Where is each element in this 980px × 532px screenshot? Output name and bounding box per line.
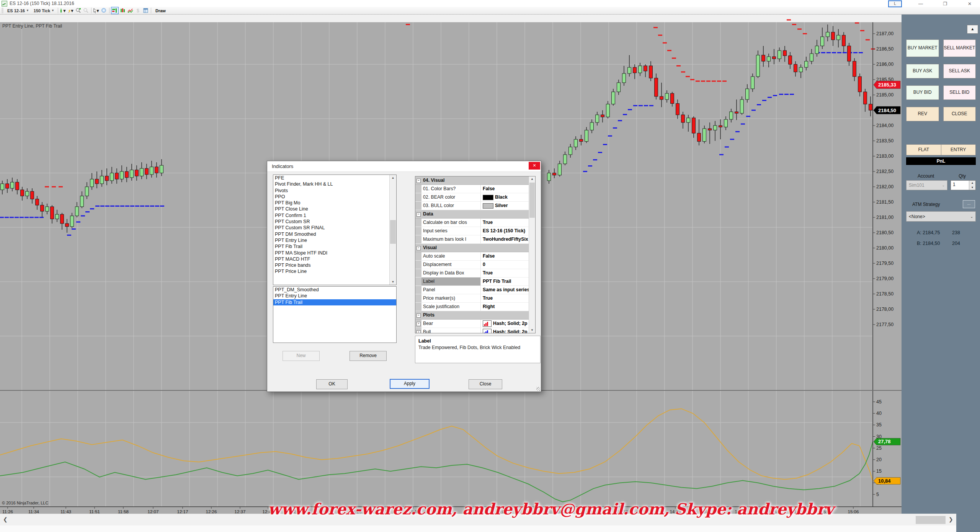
draw-menu[interactable]: Draw [152,8,169,13]
flat-button[interactable]: FLAT [906,144,941,155]
collapse-panel-button[interactable]: ▲ [967,25,978,34]
available-indicator-item[interactable]: PPT MA Slope HTF INDI [273,250,396,256]
configured-indicator-item[interactable]: PPT Fib Trail [273,299,396,305]
property-category[interactable]: −Data [415,210,535,219]
available-indicator-item[interactable]: Pivots [273,188,396,194]
drawing-tool-button[interactable]: ▼ [67,7,74,14]
sell-market-button[interactable]: SELL MARKET [943,39,976,57]
dialog-resize-grip[interactable] [536,387,540,391]
scroll-right-icon[interactable]: ❯ [949,516,953,522]
atm-strategy-select[interactable]: <None>⌄ [906,211,976,222]
property-row[interactable]: 03. BULL colorSilver [415,202,535,210]
property-row[interactable]: Scale justificationRight [415,303,535,311]
list-scrollbar[interactable]: ▲ ▼ [389,175,396,285]
available-indicator-item[interactable]: PPO [273,194,396,200]
data-box-button[interactable] [101,7,108,14]
property-row[interactable]: +BullHash; Solid; 2p [415,328,535,333]
available-indicators-list[interactable]: PFEPivot Finder, Mark HH & LLPivotsPPOPP… [273,175,397,285]
property-row[interactable]: PanelSame as input series [415,286,535,294]
scroll-up-icon[interactable]: ▲ [390,175,396,181]
property-row[interactable]: Price marker(s)True [415,294,535,303]
property-row[interactable]: Displacement0 [415,261,535,269]
property-category[interactable]: −Plots [415,311,535,320]
available-indicator-item[interactable]: PPT DM Smoothed [273,231,396,237]
available-indicator-item[interactable]: PPT Price Line [273,268,396,274]
sell-ask-button[interactable]: SELL ASK [943,64,976,78]
available-indicator-item[interactable]: Pivot Finder, Mark HH & LL [273,181,396,187]
entry-button[interactable]: ENTRY [941,144,976,155]
configured-indicators-list[interactable]: PPT_DM_SmoothedPPT Entry LinePPT Fib Tra… [273,286,397,343]
quantity-stepper[interactable]: 1 ▲▼ [951,180,976,190]
bars-panel-button[interactable] [119,7,126,14]
scroll-down-icon[interactable]: ▼ [390,279,396,285]
grid-panel-button[interactable] [142,7,149,14]
svg-text:2178,50: 2178,50 [876,291,893,297]
rev-button[interactable]: REV [906,107,939,121]
property-row[interactable]: Maximum bars look lTwoHundredFiftySix [415,235,535,244]
configured-indicator-item[interactable]: PPT_DM_Smoothed [273,287,396,293]
close-button[interactable]: CLOSE [943,107,976,121]
available-indicator-item[interactable]: PFE [273,175,396,181]
property-row[interactable]: LabelPPT Fib Trail [415,277,535,286]
available-indicator-item[interactable]: PPT Entry Line [273,237,396,243]
cursor-tool-button[interactable]: ▼ [93,7,100,14]
scrollbar-thumb[interactable] [529,183,535,218]
restore-button[interactable]: ❐ [939,1,951,7]
minimize-button[interactable]: — [915,1,926,7]
property-row[interactable]: Input seriesES 12-16 (150 Tick) [415,227,535,235]
chart-style-button[interactable]: ▼ [60,7,67,14]
property-row[interactable]: 02. BEAR colorBlack [415,193,535,202]
close-button[interactable]: ✕ [964,1,975,7]
available-indicator-item[interactable]: PPT Price bands [273,262,396,268]
property-row[interactable]: +BearHash; Solid; 2p [415,320,535,328]
line-panel-button[interactable] [127,7,134,14]
atm-more-button[interactable]: ... [963,200,975,208]
property-row[interactable]: Display in Data BoxTrue [415,269,535,277]
instrument-selector[interactable]: ES 12-16▼ [5,7,31,14]
dialog-titlebar[interactable]: Indicators ✕ [267,161,541,172]
scroll-down-icon[interactable]: ▼ [529,328,535,333]
property-category[interactable]: −Visual [415,244,535,252]
account-select[interactable]: Sim101⌄ [906,180,947,190]
apply-button[interactable]: Apply [390,379,430,389]
scroll-up-icon[interactable]: ▲ [529,176,535,182]
buy-market-button[interactable]: BUY MARKET [906,39,939,57]
available-indicator-item[interactable]: PPT MACD HTF [273,256,396,262]
pnl-bar[interactable]: PnL [906,157,976,165]
property-row[interactable]: 01. Color Bars?False [415,185,535,193]
property-row[interactable]: Calculate on bar closTrue [415,219,535,227]
remove-indicator-button[interactable]: Remove [350,351,387,361]
buy-ask-button[interactable]: BUY ASK [906,64,939,78]
qty-up-icon[interactable]: ▲ [969,181,975,185]
available-indicator-item[interactable]: PPT Close Line [273,206,396,212]
chart-trader-button[interactable] [111,7,119,14]
dialog-close-button[interactable]: ✕ [529,162,540,170]
available-indicator-item[interactable]: PPT Custom SR [273,219,396,225]
link-button[interactable]: L [888,0,902,7]
period-selector[interactable]: 150 Tick▼ [31,7,57,14]
close-dialog-button[interactable]: Close [469,379,502,389]
color-swatch [483,203,493,209]
chevron-down-icon: ⌄ [970,215,973,219]
toolbar-grip[interactable] [2,8,3,13]
available-indicator-item[interactable]: PPT Big Mo [273,200,396,206]
window-titlebar[interactable]: ES 12-16 (150 Tick) 18.11.2016 [0,0,980,7]
zoom-out-button[interactable] [83,7,90,14]
buy-bid-button[interactable]: BUY BID [906,85,939,100]
available-indicator-item[interactable]: PPT Custom SR FINAL [273,225,396,231]
ok-button[interactable]: OK [316,379,348,389]
propgrid-scrollbar[interactable]: ▲ ▼ [529,176,535,333]
scrollbar-thumb[interactable] [916,516,946,524]
property-row[interactable]: Auto scaleFalse [415,252,535,261]
zoom-in-button[interactable] [75,7,82,14]
available-indicator-item[interactable]: PPT Confirm 1 [273,212,396,219]
sell-bid-button[interactable]: SELL BID [943,85,976,100]
indicator-property-grid[interactable]: −04. Visual01. Color Bars?False02. BEAR … [415,176,536,333]
qty-down-icon[interactable]: ▼ [969,185,975,190]
available-indicator-item[interactable]: PPT Fib Trail [273,243,396,250]
scrollbar-thumb[interactable] [390,220,396,244]
property-category[interactable]: −04. Visual [415,176,535,185]
scroll-left-icon[interactable]: ❮ [3,516,8,522]
dollar-panel-button[interactable]: $ [135,7,142,14]
configured-indicator-item[interactable]: PPT Entry Line [273,293,396,299]
